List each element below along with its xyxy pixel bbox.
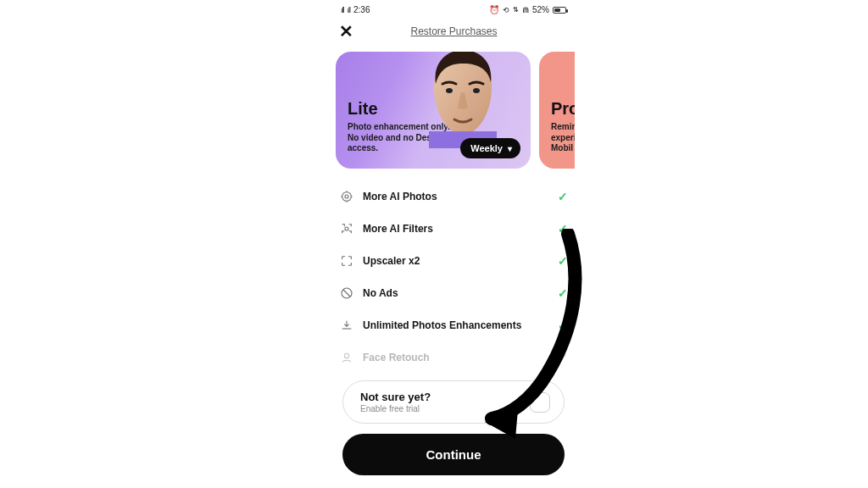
feature-label: Face Retouch [363,352,549,363]
check-icon: ✓ [558,286,568,300]
alarm-icon: ⏰ [489,5,499,14]
plan-pro-title: Pro [551,99,575,119]
feature-row: Upscaler x2 ✓ [339,245,568,277]
no-ads-icon [339,286,354,301]
check-icon: ✓ [558,319,568,332]
status-time: 2:36 [353,5,370,14]
plan-card-lite[interactable]: Lite Photo enhancement only. No video an… [336,52,531,169]
svg-point-7 [344,353,348,358]
free-trial-subtitle: Enable free trial [360,404,431,413]
plan-lite-period-selector[interactable]: Weekly ▾ [460,138,520,158]
free-trial-title: Not sure yet? [360,391,431,403]
feature-row: Face Retouch ✓ [339,341,568,374]
feature-label: No Ads [363,287,549,299]
plan-carousel[interactable]: Lite Photo enhancement only. No video an… [332,52,575,169]
plan-pro-desc-line: Mobil [551,143,573,152]
chevron-down-icon: ▾ [508,144,512,153]
free-trial-text: Not sure yet? Enable free trial [360,391,431,413]
feature-label: More AI Filters [363,223,549,235]
upscale-icon [339,253,354,269]
signal-icon-2: ıll [348,6,351,14]
unlimited-icon [339,318,354,333]
feature-label: Unlimited Photos Enhancements [363,319,549,331]
check-icon: ✓ [558,351,568,364]
restore-purchases-link[interactable]: Restore Purchases [353,25,554,37]
sync-icon: ⟲ [503,6,509,14]
svg-point-0 [446,88,453,93]
feature-row: Unlimited Photos Enhancements ✓ [339,309,568,341]
plan-lite-period-label: Weekly [470,143,503,153]
feature-label: Upscaler x2 [363,255,549,267]
plan-pro-desc-line: Remin [551,122,575,131]
signal-icon: ıll [341,6,344,14]
feature-row: No Ads ✓ [339,277,568,309]
face-retouch-icon [339,350,354,365]
svg-point-1 [473,88,480,93]
sparkle-photos-icon [339,189,354,204]
filters-icon [339,221,354,236]
phone-column: ıll ıll 2:36 ⏰ ⟲ ⇅ ⋒ 52% ✕ Restore Purch… [332,0,575,488]
feature-label: More AI Photos [363,191,549,202]
feature-row: More AI Filters ✓ [339,213,568,245]
status-right: ⏰ ⟲ ⇅ ⋒ 52% [489,5,566,14]
plan-pro-desc-line: experi [551,133,575,142]
svg-point-5 [345,227,348,230]
network-speed-icon: ⇅ [513,6,519,14]
free-trial-toggle-row[interactable]: Not sure yet? Enable free trial [342,380,565,424]
feature-row: More AI Photos ✓ [339,180,568,213]
free-trial-checkbox[interactable] [530,392,550,413]
check-icon: ✓ [558,254,568,268]
battery-icon [553,7,566,14]
svg-point-4 [345,195,348,198]
plan-card-pro[interactable]: Pro Remin experi Mobil [539,52,575,169]
close-icon[interactable]: ✕ [339,23,353,40]
status-bar: ıll ıll 2:36 ⏰ ⟲ ⇅ ⋒ 52% [332,0,575,18]
plan-pro-desc: Remin experi Mobil [551,122,575,154]
header-row: ✕ Restore Purchases [332,18,575,52]
continue-button[interactable]: Continue [342,434,565,475]
check-icon: ✓ [558,190,568,203]
status-left: ıll ıll 2:36 [341,5,370,14]
battery-percent: 52% [532,5,549,14]
svg-point-3 [342,192,352,202]
plan-lite-face-image [412,52,514,148]
wifi-icon: ⋒ [522,5,529,14]
check-icon: ✓ [558,222,568,236]
feature-list: More AI Photos ✓ More AI Filters ✓ Upsca… [332,169,575,374]
